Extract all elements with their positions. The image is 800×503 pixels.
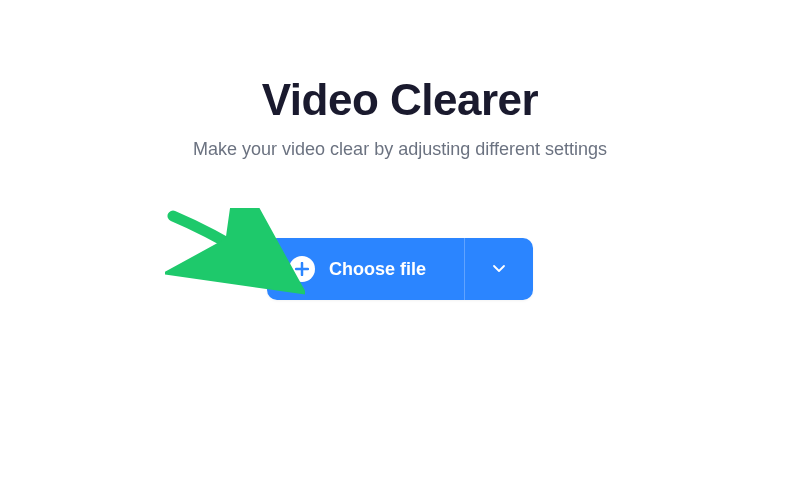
plus-icon: [289, 256, 315, 282]
page-subtitle: Make your video clear by adjusting diffe…: [193, 139, 607, 160]
choose-file-button[interactable]: Choose file: [267, 238, 464, 300]
choose-file-label: Choose file: [329, 259, 426, 280]
page-title: Video Clearer: [262, 75, 538, 125]
choose-file-group: Choose file: [267, 238, 533, 300]
choose-file-dropdown-button[interactable]: [464, 238, 533, 300]
chevron-down-icon: [491, 260, 507, 279]
